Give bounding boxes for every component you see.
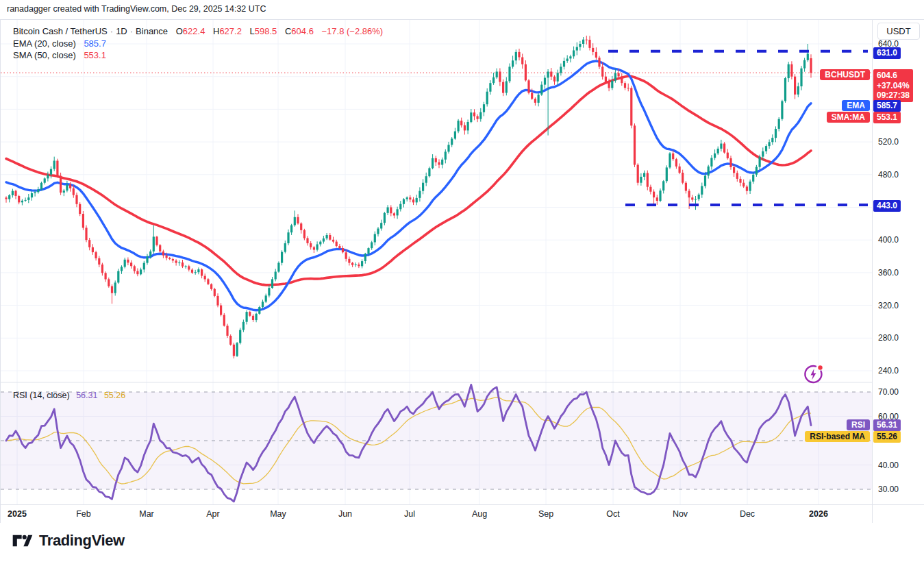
last-price-value: 604.6: [877, 71, 910, 81]
ema-legend[interactable]: EMA (20, close) 585.7: [13, 38, 106, 49]
rsi-legend[interactable]: RSI (14, close) 56.31 55.26: [13, 391, 125, 400]
close-value: 604.6: [291, 26, 314, 36]
sma-legend-label[interactable]: SMA (50, close): [13, 50, 76, 60]
rsi-tick-60.00: 60.00: [878, 411, 899, 422]
lightning-alert-icon[interactable]: [802, 363, 824, 385]
time-label-Oct: Oct: [606, 509, 619, 519]
price-tick-400.0: 400.0: [878, 234, 899, 245]
time-label-May: May: [270, 509, 286, 519]
close-label: C: [285, 26, 291, 36]
time-label-2025: 2025: [8, 509, 27, 519]
rsi-tick-40.00: 40.00: [878, 460, 899, 471]
tradingview-logo-text: TradingView: [39, 532, 125, 550]
support-price-badge: 443.0: [873, 200, 901, 212]
rsi-tick-30.00: 30.00: [878, 484, 899, 495]
open-label: O: [176, 26, 183, 36]
open-value: 622.4: [183, 26, 205, 36]
symbol-legend[interactable]: Bitcoin Cash / TetherUS·1D·Binance O622.…: [13, 26, 383, 36]
tradingview-chart-screenshot: ranadagger created with TradingView.com,…: [0, 0, 924, 564]
price-tick-640.0: 640.0: [878, 38, 899, 49]
symbol-interval[interactable]: 1D: [116, 26, 127, 36]
sma-legend-value: 553.1: [84, 50, 106, 60]
time-label-Dec: Dec: [740, 509, 755, 519]
axis-corner: [872, 504, 924, 523]
rsi-ma-series-label: RSI-based MA: [805, 431, 870, 442]
time-label-Jul: Jul: [404, 509, 415, 519]
change-value: −17.8 (−2.86%): [322, 26, 384, 36]
low-label: L: [250, 26, 255, 36]
rsi-series-label: RSI: [847, 419, 870, 430]
time-label-Apr: Apr: [206, 509, 219, 519]
price-tick-520.0: 520.0: [878, 136, 899, 147]
rsi-ma-value-badge: 55.26: [873, 431, 901, 443]
time-label-Mar: Mar: [139, 509, 154, 519]
high-label: H: [213, 26, 219, 36]
time-axis[interactable]: 2025FebMarAprMayJunJulAugSepOctNovDec202…: [1, 504, 872, 523]
symbol-title[interactable]: Bitcoin Cash / TetherUS: [13, 26, 108, 36]
alert-dot: [818, 365, 822, 369]
rsi-legend-value: 56.31: [76, 391, 97, 400]
ema-value-badge: 585.7: [873, 100, 901, 112]
price-chart-canvas[interactable]: [1, 20, 872, 504]
ema-legend-label[interactable]: EMA (20, close): [13, 38, 76, 49]
ema-legend-value: 585.7: [84, 38, 106, 49]
price-tick-320.0: 320.0: [878, 300, 899, 311]
rsi-legend-label[interactable]: RSI (14, close): [13, 391, 70, 400]
rsi-tick-70.00: 70.00: [878, 387, 899, 397]
price-axis[interactable]: USDT 631.0 604.6 +37.04% 09:27:38 585.7 …: [872, 20, 924, 504]
sma-series-label: SMA:MA: [827, 112, 870, 123]
sma-value-badge: 553.1: [873, 112, 901, 123]
symbol-exchange: Binance: [136, 26, 168, 36]
symbol-price-label: BCHUSDT: [820, 69, 870, 80]
time-label-Jun: Jun: [338, 509, 352, 519]
low-value: 598.5: [255, 26, 277, 36]
time-label-Feb: Feb: [76, 509, 91, 519]
last-price-badge: 604.6 +37.04% 09:27:38: [873, 69, 913, 102]
ema-series-label: EMA: [842, 100, 870, 111]
price-tick-240.0: 240.0: [878, 365, 899, 376]
legend-separator: ·: [108, 26, 116, 36]
legend-separator: ·: [127, 26, 136, 36]
price-tick-280.0: 280.0: [878, 332, 899, 343]
tradingview-logo[interactable]: TradingView: [12, 532, 125, 550]
time-label-2026: 2026: [809, 509, 828, 519]
attribution-text: ranadagger created with TradingView.com,…: [7, 4, 266, 14]
rsi-ma-legend-value: 55.26: [104, 391, 125, 400]
time-label-Aug: Aug: [472, 509, 487, 519]
price-tick-360.0: 360.0: [878, 267, 899, 278]
chart-area[interactable]: Bitcoin Cash / TetherUS·1D·Binance O622.…: [0, 19, 924, 523]
price-tick-480.0: 480.0: [878, 169, 899, 180]
currency-button[interactable]: USDT: [877, 23, 920, 40]
last-price-countdown: 09:27:38: [877, 90, 910, 101]
high-value: 627.2: [219, 26, 242, 36]
time-label-Sep: Sep: [538, 509, 553, 519]
tradingview-logo-mark: [12, 532, 33, 550]
last-price-change-pct: +37.04%: [877, 81, 910, 91]
sma-legend[interactable]: SMA (50, close) 553.1: [13, 50, 106, 60]
time-label-Nov: Nov: [673, 509, 688, 519]
